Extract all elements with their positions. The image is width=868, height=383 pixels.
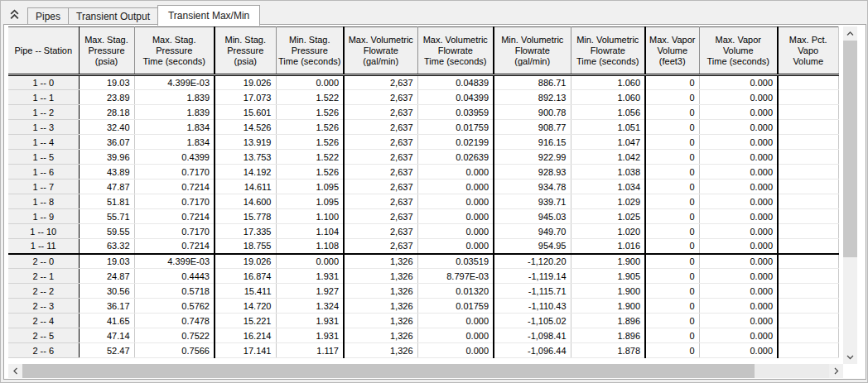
table-cell: 1.020: [571, 224, 645, 239]
column-header-max-volumetric: Max. Volumetric Flowrate Time (seconds): [417, 27, 494, 75]
table-cell: 945.03: [494, 209, 571, 224]
table-cell: 1,326: [344, 269, 417, 284]
vertical-scrollbar[interactable]: [843, 26, 857, 364]
row-header-cell: 2 -- 5: [8, 328, 79, 343]
table-cell: 32.40: [79, 120, 134, 135]
table-cell: 0.000: [699, 194, 778, 209]
table-cell: 1,326: [344, 284, 417, 299]
table-cell: 0.7214: [134, 209, 215, 224]
table-cell: 19.03: [79, 254, 134, 269]
row-header-cell: 1 -- 3: [8, 120, 79, 135]
table-cell: 0.000: [699, 209, 778, 224]
table-viewport: Pipe -- StationMax. Stag. Pressure (psia…: [8, 26, 841, 364]
table-cell: 0.7170: [134, 224, 215, 239]
table-cell: 1.104: [276, 224, 344, 239]
table-cell: 14.192: [215, 165, 276, 180]
table-cell: [778, 75, 838, 90]
table-cell: 1.839: [134, 90, 215, 105]
table-row: 2 -- 124.870.444316.8741.9311,3268.797E-…: [8, 269, 838, 284]
chevron-double-up-icon: [9, 9, 20, 20]
tab-transient-output[interactable]: Transient Output: [68, 7, 158, 25]
table-cell: 1.095: [276, 180, 344, 194]
table-cell: 1.526: [276, 105, 344, 120]
table-row: 2 -- 547.140.752216.2141.9311,3260.000-1…: [8, 328, 838, 343]
table-cell: 1.025: [571, 209, 645, 224]
table-cell: 1.042: [571, 150, 645, 165]
chevron-up-icon: [846, 31, 854, 36]
scroll-up-button[interactable]: [843, 26, 857, 41]
table-cell: 19.026: [215, 75, 276, 90]
table-cell: 0.04839: [417, 75, 494, 90]
chevron-down-icon: [846, 355, 854, 360]
table-cell: 2,637: [344, 224, 417, 239]
row-header-cell: 1 -- 2: [8, 105, 79, 120]
table-cell: 0.000: [699, 150, 778, 165]
table-cell: 0.000: [276, 75, 344, 90]
table-cell: 1.878: [571, 343, 645, 358]
table-cell: 1,326: [344, 328, 417, 343]
collapse-panel-button[interactable]: [7, 7, 21, 21]
table-cell: 4.399E-03: [134, 75, 215, 90]
horizontal-scrollbar[interactable]: [8, 364, 843, 378]
row-header-cell: 1 -- 9: [8, 209, 79, 224]
table-cell: -1,119.14: [494, 269, 571, 284]
table-cell: 15.411: [215, 284, 276, 299]
scroll-left-button[interactable]: [8, 364, 22, 378]
table-cell: [778, 194, 838, 209]
table-cell: [778, 284, 838, 299]
tab-pipes[interactable]: Pipes: [27, 7, 69, 25]
table-cell: 0: [645, 150, 699, 165]
vertical-scroll-thumb[interactable]: [843, 41, 857, 257]
table-cell: 14.600: [215, 194, 276, 209]
table-cell: 1.016: [571, 239, 645, 254]
table-cell: 1.931: [276, 269, 344, 284]
scroll-right-button[interactable]: [829, 364, 843, 378]
table-cell: 1.038: [571, 165, 645, 180]
table-cell: 1.029: [571, 194, 645, 209]
table-cell: 8.797E-03: [417, 269, 494, 284]
table-cell: [778, 180, 838, 194]
row-header-cell: 1 -- 8: [8, 194, 79, 209]
row-header-cell: 1 -- 6: [8, 165, 79, 180]
horizontal-scroll-thumb[interactable]: [22, 364, 755, 378]
column-header-max-volumetric: Max. Volumetric Flowrate (gal/min): [344, 27, 417, 75]
row-header-cell: 2 -- 0: [8, 254, 79, 269]
table-cell: 1.526: [276, 135, 344, 150]
table-cell: 43.89: [79, 165, 134, 180]
table-cell: 0: [645, 269, 699, 284]
table-cell: 0.7214: [134, 239, 215, 254]
row-header-cell: 2 -- 6: [8, 343, 79, 358]
tab-transient-max-min[interactable]: Transient Max/Min: [157, 5, 260, 26]
table-cell: 892.13: [494, 90, 571, 105]
table-cell: 17.335: [215, 224, 276, 239]
row-header-cell: 2 -- 1: [8, 269, 79, 284]
table-cell: 0.000: [417, 194, 494, 209]
scroll-down-button[interactable]: [843, 350, 857, 364]
table-cell: 47.14: [79, 328, 134, 343]
table-cell: 0.7478: [134, 314, 215, 328]
table-cell: 0.02199: [417, 135, 494, 150]
column-header-min-volumetric: Min. Volumetric Flowrate Time (seconds): [571, 27, 645, 75]
table-cell: 1.047: [571, 135, 645, 150]
table-cell: 2,637: [344, 135, 417, 150]
table-cell: 1,326: [344, 314, 417, 328]
column-header-min-volumetric: Min. Volumetric Flowrate (gal/min): [494, 27, 571, 75]
column-header-min-stag: Min. Stag. Pressure Time (seconds): [276, 27, 344, 75]
table-cell: 0.7170: [134, 194, 215, 209]
table-row: 1 -- 747.870.721414.6111.0952,6370.00093…: [8, 180, 838, 194]
table-cell: 15.221: [215, 314, 276, 328]
table-cell: 0.03959: [417, 105, 494, 120]
table-cell: [778, 269, 838, 284]
table-cell: 916.15: [494, 135, 571, 150]
table-cell: 928.93: [494, 165, 571, 180]
table-cell: [778, 165, 838, 180]
table-cell: [778, 343, 838, 358]
table-cell: 1,326: [344, 254, 417, 269]
table-cell: 0: [645, 254, 699, 269]
table-row: 2 -- 019.034.399E-0319.0260.0001,3260.03…: [8, 254, 838, 269]
table-cell: 2,637: [344, 150, 417, 165]
table-cell: 28.18: [79, 105, 134, 120]
row-header-cell: 1 -- 10: [8, 224, 79, 239]
table-cell: 15.601: [215, 105, 276, 120]
table-cell: 0.4399: [134, 150, 215, 165]
